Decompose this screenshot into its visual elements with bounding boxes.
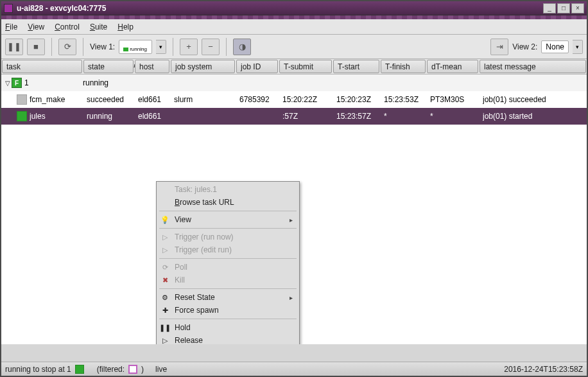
state-swatch-succeeded [17, 94, 27, 105]
cm-view[interactable]: 💡 View ▸ [157, 213, 299, 226]
cm-header: Task: jules.1 [157, 183, 299, 196]
context-menu: Task: jules.1 Browse task URL 💡 View ▸ ▷… [156, 181, 300, 344]
cell-job-id: 6785392 [239, 95, 282, 104]
cm-sep [159, 258, 297, 259]
menu-control[interactable]: Control [55, 22, 80, 31]
cell-dt-mean: * [430, 112, 483, 121]
plus-icon: ✚ [160, 306, 169, 315]
toolbar-sep [226, 38, 227, 56]
view2-dropdown[interactable]: ▾ [573, 40, 583, 54]
cm-trigger-edit: ▷ Trigger (edit run) [157, 243, 299, 256]
cell-state: running [87, 112, 138, 121]
toolbar-sep [51, 38, 52, 56]
col-job-id[interactable]: job ID [236, 60, 278, 73]
app-icon [4, 4, 13, 13]
cell-job-system: slurm [174, 95, 239, 104]
gear-icon: ⚙ [160, 293, 169, 302]
window-titlebar: u-ai828 - exvcylc04:7775 _ □ × [1, 1, 587, 15]
cm-reset-state[interactable]: ⚙ Reset State ▸ [157, 291, 299, 304]
pause-icon: ❚❚ [160, 323, 169, 332]
status-running-swatch [75, 365, 84, 374]
cell-task: 1 [24, 78, 83, 87]
cell-dt-mean: PT3M30S [430, 95, 483, 104]
x-icon: ✖ [160, 276, 169, 285]
tree-row-task-selected[interactable]: jules running eld661 :57Z 15:23:57Z * * … [1, 108, 587, 125]
cm-sep [159, 211, 297, 211]
view2-label: View 2: [512, 42, 537, 51]
add-view-button[interactable]: + [180, 39, 198, 55]
cell-host: eld661 [138, 112, 174, 121]
cell-host: eld661 [138, 95, 174, 104]
task-tree[interactable]: ▽ F 1 running fcm_make succeeded eld661 … [1, 75, 587, 344]
cm-release[interactable]: ▷ Release [157, 334, 299, 344]
view1-legend[interactable]: running failed... [119, 40, 152, 54]
window-title: u-ai828 - exvcylc04:7775 [17, 4, 106, 13]
cell-state: succeeded [87, 95, 138, 104]
refresh-icon: ⟳ [160, 263, 169, 272]
cm-sep [159, 319, 297, 319]
reload-button[interactable]: ⟳ [58, 39, 76, 55]
cell-task: fcm_make [30, 95, 87, 104]
col-dt-mean[interactable]: dT-mean [427, 60, 478, 73]
col-latest-message[interactable]: latest message [480, 60, 586, 73]
col-job-system[interactable]: job system [171, 60, 235, 73]
view2-value[interactable]: None [541, 40, 569, 53]
minimize-button[interactable]: _ [543, 3, 556, 13]
cm-sep [159, 288, 297, 289]
tree-row-family[interactable]: ▽ F 1 running [1, 75, 587, 91]
status-running-text: running to stop at 1 [5, 365, 71, 374]
col-t-start[interactable]: T-start [333, 60, 379, 73]
menubar: File View Control Suite Help [1, 19, 587, 35]
menu-file[interactable]: File [5, 22, 17, 31]
view1-label: View 1: [90, 42, 115, 51]
menu-suite[interactable]: Suite [90, 22, 107, 31]
bulb-icon: 💡 [160, 215, 169, 224]
cell-t-finish: 15:23:53Z [384, 95, 430, 104]
toolbar-sep [83, 38, 83, 56]
family-badge: F [12, 78, 22, 88]
cm-poll: ⟳ Poll [157, 261, 299, 274]
column-headers: task state host job system job ID T-subm… [1, 59, 587, 75]
filter-indicator-icon [128, 365, 137, 374]
close-button[interactable]: × [571, 3, 584, 13]
menu-view[interactable]: View [28, 22, 44, 31]
cell-t-finish: * [384, 112, 430, 121]
menu-help[interactable]: Help [117, 22, 134, 31]
expander-icon[interactable]: ▽ [4, 80, 12, 87]
stop-button[interactable]: ■ [27, 39, 45, 55]
col-host[interactable]: host [135, 60, 169, 73]
view1-dropdown[interactable]: ▾ [156, 40, 166, 54]
tree-row-task[interactable]: fcm_make succeeded eld661 slurm 6785392 … [1, 91, 587, 108]
cm-force-spawn[interactable]: ✚ Force spawn [157, 304, 299, 317]
col-task[interactable]: task [2, 60, 82, 73]
running-swatch [123, 48, 128, 51]
cm-browse-task-url[interactable]: Browse task URL [157, 196, 299, 209]
cell-state: running [83, 78, 134, 87]
cell-latest-message: job(01) succeeded [483, 95, 584, 104]
status-timestamp: 2016-12-24T15:23:58Z [504, 365, 583, 374]
layout-toggle-button[interactable]: ◑ [233, 39, 251, 55]
submenu-arrow-icon: ▸ [290, 216, 293, 224]
cell-t-submit: :57Z [282, 112, 336, 121]
col-t-submit[interactable]: T-submit [279, 60, 332, 73]
cell-latest-message: job(01) started [483, 112, 584, 121]
cm-trigger-run: ▷ Trigger (run now) [157, 231, 299, 243]
cm-hold[interactable]: ❚❚ Hold [157, 321, 299, 334]
cell-t-start: 15:20:23Z [336, 95, 384, 104]
maximize-button[interactable]: □ [557, 3, 570, 13]
play-icon: ▷ [160, 336, 169, 344]
cm-sep [159, 228, 297, 229]
submenu-arrow-icon: ▸ [290, 294, 293, 301]
col-state[interactable]: state [83, 60, 134, 73]
status-filtered-label: (filtered: [97, 365, 125, 374]
play-icon: ▷ [160, 245, 169, 254]
statusbar: running to stop at 1 (filtered: ) live 2… [1, 362, 587, 376]
cell-t-start: 15:23:57Z [336, 112, 384, 121]
play-icon: ▷ [160, 232, 169, 241]
view2-nav-button[interactable]: ⇥ [490, 39, 508, 55]
remove-view-button[interactable]: − [202, 39, 220, 55]
state-swatch-running [17, 111, 27, 121]
col-t-finish[interactable]: T-finish [381, 60, 426, 73]
cell-task: jules [30, 112, 87, 121]
pause-button[interactable]: ❚❚ [5, 39, 23, 55]
